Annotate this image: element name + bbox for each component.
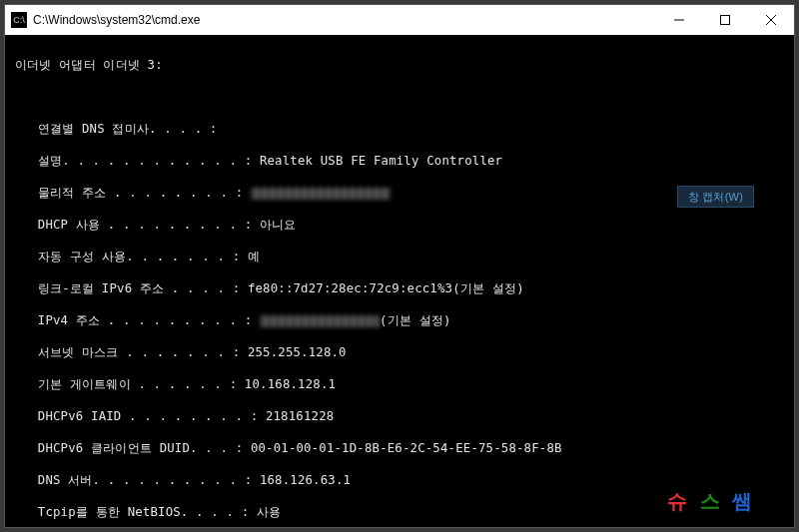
- terminal-output[interactable]: 이더넷 어댑터 이더넷 3: 연결별 DNS 접미사. . . . : 설명. …: [5, 35, 794, 527]
- maximize-button[interactable]: [702, 5, 748, 35]
- adapter1-ipv4: IPv4 주소 . . . . . . . . . : xx(기본 설정): [15, 312, 784, 328]
- titlebar[interactable]: C:\ C:\Windows\system32\cmd.exe: [5, 5, 794, 35]
- watermark-green: 스: [700, 493, 720, 509]
- adapter1-auto: 자동 구성 사용. . . . . . . : 예: [15, 249, 784, 265]
- adapter1-phys: 물리적 주소 . . . . . . . . : xx: [15, 185, 784, 201]
- svg-rect-1: [721, 16, 730, 25]
- watermark-blue: 쌤: [732, 493, 752, 509]
- watermark: 슈 스 쌤: [667, 493, 752, 509]
- adapter1-duid: DHCPv6 클라이언트 DUID. . . : 00-01-00-01-1D-…: [15, 440, 784, 456]
- adapter1-iaid: DHCPv6 IAID . . . . . . . . : 218161228: [15, 408, 784, 424]
- cmd-window: C:\ C:\Windows\system32\cmd.exe 이더넷 어댑터 …: [4, 4, 795, 528]
- close-button[interactable]: [748, 5, 794, 35]
- redacted-ipv4: xx: [260, 315, 380, 327]
- cmd-icon: C:\: [11, 12, 27, 28]
- adapter1-ll6: 링크-로컬 IPv6 주소 . . . . : fe80::7d27:28ec:…: [15, 280, 784, 296]
- redacted-mac: xx: [251, 188, 391, 200]
- adapter1-dnssrv: DNS 서버. . . . . . . . . . : 168.126.63.1: [15, 472, 784, 488]
- adapter1-header: 이더넷 어댑터 이더넷 3:: [15, 57, 784, 73]
- adapter1-gw: 기본 게이트웨이 . . . . . . : 10.168.128.1: [15, 376, 784, 392]
- adapter1-dhcp: DHCP 사용 . . . . . . . . . : 아니요: [15, 217, 784, 233]
- watermark-red: 슈: [667, 493, 687, 509]
- minimize-button[interactable]: [656, 5, 702, 35]
- capture-ghost-button[interactable]: 창 캡처(W): [677, 186, 754, 208]
- adapter1-desc: 설명. . . . . . . . . . . . : Realtek USB …: [15, 153, 784, 169]
- adapter1-mask: 서브넷 마스크 . . . . . . . : 255.255.128.0: [15, 344, 784, 360]
- adapter1-dns-suffix: 연결별 DNS 접미사. . . . :: [15, 121, 784, 137]
- window-title: C:\Windows\system32\cmd.exe: [33, 13, 656, 27]
- window-controls: [656, 5, 794, 35]
